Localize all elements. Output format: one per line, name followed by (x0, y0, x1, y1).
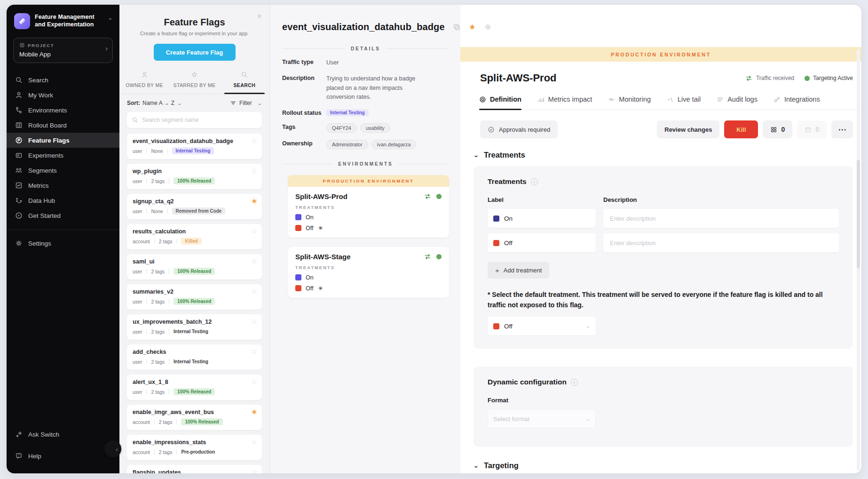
gear-icon[interactable] (484, 23, 492, 31)
environments-header: ENVIRONMENTS (282, 161, 449, 167)
flag-details-panel: event_visualization_datahub_badge DETAIL… (270, 5, 460, 473)
ownership-row: Ownership Administratorivan.delagarza (282, 140, 450, 149)
sort-value[interactable]: Name A → Z (142, 100, 174, 106)
create-feature-flag-button[interactable]: Create Feature Flag (154, 44, 236, 61)
flag-list-tabs: OWNED BY ME STARRED BY ME SEARCH (119, 69, 269, 94)
calendar-icon (805, 126, 812, 133)
treatment-label-on[interactable]: On (488, 209, 596, 228)
star-icon[interactable] (251, 378, 257, 385)
format-select[interactable]: Select format (488, 409, 596, 428)
approvals-required-pill[interactable]: Approvals required (480, 120, 558, 138)
rollout-status-badge: Internal Testing (326, 109, 369, 116)
search-input[interactable] (142, 117, 257, 123)
sidebar-item-rollout-board[interactable]: Rollout Board (7, 118, 119, 133)
tab-search[interactable]: SEARCH (220, 69, 269, 94)
kill-button[interactable]: Kill (724, 120, 758, 138)
info-icon[interactable] (571, 379, 578, 386)
sidebar-item-get-started[interactable]: Get Started (7, 208, 119, 223)
sidebar-item-search[interactable]: Search (7, 72, 119, 88)
targeting-section-header[interactable]: Targeting (473, 461, 853, 470)
close-icon[interactable] (257, 12, 262, 20)
pulse-icon (608, 96, 615, 103)
owner-pill[interactable]: Administrator (326, 140, 368, 149)
environment-card-stage[interactable]: Split-AWS-Stage TREATMENTS On Off (288, 247, 449, 298)
add-treatment-button[interactable]: Add treatment (488, 262, 549, 279)
tab-audit-logs[interactable]: Audit logs (717, 96, 758, 110)
approvals-counter-button[interactable]: 0 (763, 120, 792, 138)
info-icon[interactable] (531, 178, 538, 185)
scrollbar-thumb[interactable] (857, 160, 860, 268)
flag-card[interactable]: flagship_updates account2 tagsKilled (127, 465, 262, 473)
star-icon[interactable] (251, 348, 257, 355)
treatment-label-off[interactable]: Off (488, 233, 596, 252)
flag-card[interactable]: wp_plugin user2 tags100% Released (127, 164, 262, 189)
copy-icon[interactable] (453, 23, 461, 31)
flag-card[interactable]: ux_improvements_batch_12 user2 tagsInter… (127, 314, 262, 340)
sidebar-item-experiments[interactable]: Experiments (7, 148, 119, 163)
play-circle-icon (15, 212, 23, 219)
star-icon[interactable] (251, 137, 257, 144)
more-actions-button[interactable] (831, 120, 853, 138)
flag-card[interactable]: alert_ux_1_8 user2 tags100% Released (127, 375, 262, 400)
star-icon[interactable] (251, 438, 257, 446)
brand[interactable]: Feature Management and Experimentation (7, 5, 119, 35)
tab-owned-by-me[interactable]: OWNED BY ME (119, 69, 169, 94)
star-icon[interactable] (251, 287, 257, 295)
sidebar-item-segments[interactable]: Segments (7, 163, 119, 178)
flag-card[interactable]: results_calculation account2 tagsKilled (127, 224, 262, 249)
star-icon[interactable] (251, 318, 257, 325)
tab-starred-by-me[interactable]: STARRED BY ME (169, 69, 219, 94)
active-status-dot (436, 254, 442, 259)
schedule-counter-button[interactable]: 0 (797, 120, 827, 138)
treatment-description-input[interactable] (603, 209, 839, 228)
tab-metrics-impact[interactable]: Metrics impact (537, 96, 592, 110)
star-filled-icon[interactable] (469, 22, 476, 32)
environment-content: Split-AWS-Prod Traffic received Targetin… (460, 62, 861, 473)
sidebar-collapse-handle[interactable] (104, 440, 121, 457)
tag-pill[interactable]: usability (360, 123, 390, 133)
tab-definition[interactable]: Definition (479, 96, 521, 110)
star-icon[interactable] (251, 227, 257, 235)
tab-monitoring[interactable]: Monitoring (608, 96, 651, 110)
star-filled-icon[interactable] (251, 408, 257, 415)
default-treatment-select[interactable]: Off (488, 317, 596, 335)
star-icon[interactable] (251, 257, 257, 265)
flag-card[interactable]: enable_impressions_stats account2 tagsPr… (127, 435, 262, 460)
description-row: Description Trying to understand how a b… (282, 74, 450, 102)
star-icon[interactable] (251, 167, 257, 175)
flag-card[interactable]: summaries_v2 user2 tags100% Released (127, 284, 262, 310)
sidebar-item-help[interactable]: ? Help (7, 445, 119, 467)
person-icon (119, 71, 169, 80)
tag-pill[interactable]: Q4FY24 (326, 123, 357, 133)
filter-button[interactable]: Filter (230, 100, 262, 106)
environment-card-prod[interactable]: PRODUCTION ENVIRONMENT Split-AWS-Prod TR… (288, 175, 449, 238)
sidebar-item-feature-flags[interactable]: Feature Flags (7, 133, 119, 148)
review-changes-button[interactable]: Review changes (657, 120, 719, 138)
owner-pill[interactable]: ivan.delagarza (371, 140, 417, 149)
sidebar-item-data-hub[interactable]: Data Hub (7, 193, 119, 208)
treatment-off-swatch (295, 225, 301, 231)
flag-card[interactable]: signup_cta_q2 userNoneRemoved from Code (127, 194, 262, 219)
sidebar-item-ask-switch[interactable]: Ask Switch (7, 423, 119, 445)
bar-chart-icon (537, 96, 544, 103)
default-treatment-icon (318, 285, 323, 292)
sidebar-item-my-work[interactable]: My Work (7, 88, 119, 103)
flag-card[interactable]: saml_ui user2 tags100% Released (127, 254, 262, 279)
treatment-description-input[interactable] (603, 233, 839, 252)
flag-card[interactable]: add_checks user2 tagsInternal Testing (127, 344, 262, 370)
flag-card[interactable]: event_visualization_datahub_badge userNo… (127, 134, 262, 159)
star-icon[interactable] (251, 468, 257, 473)
sparkles-icon (15, 431, 23, 438)
sidebar-item-settings[interactable]: Settings (7, 236, 119, 251)
tab-integrations[interactable]: Integrations (773, 96, 820, 110)
sidebar-item-environments[interactable]: Environments (7, 103, 119, 118)
default-treatment-note: * Select the default treatment. This tre… (488, 290, 832, 310)
tab-live-tail[interactable]: Live tail (667, 96, 701, 110)
treatment-on-swatch (295, 214, 301, 220)
treatments-section-header[interactable]: Treatments (473, 151, 853, 160)
star-filled-icon[interactable] (251, 197, 257, 205)
status-badge: Internal Testing (172, 147, 214, 154)
sidebar-item-metrics[interactable]: Metrics (7, 178, 119, 193)
project-selector[interactable]: PROJECT Mobile App (13, 38, 113, 63)
flag-card[interactable]: enable_imgr_aws_event_bus account2 tags1… (127, 405, 262, 430)
